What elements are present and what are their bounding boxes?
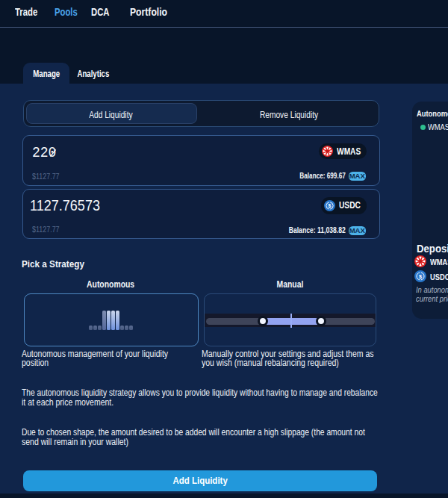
svg-text:$: $ (418, 273, 421, 280)
svg-text:$: $ (328, 202, 331, 208)
